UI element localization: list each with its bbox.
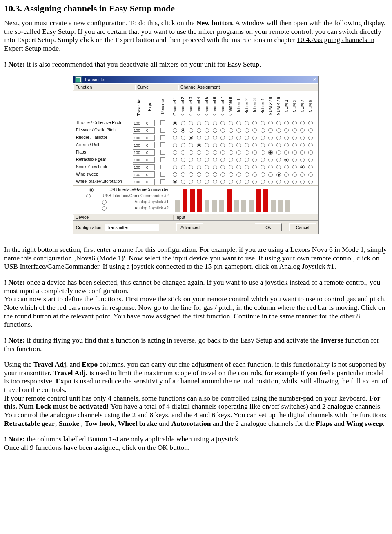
reverse-3[interactable] bbox=[155, 141, 171, 149]
assign-radio-5-2[interactable] bbox=[189, 158, 193, 162]
assign-radio-4-1[interactable] bbox=[181, 150, 185, 155]
cell-3-8[interactable] bbox=[235, 141, 243, 149]
expo-input-6[interactable] bbox=[145, 164, 155, 170]
assign-radio-8-6[interactable] bbox=[220, 180, 225, 184]
cell-6-16[interactable] bbox=[298, 163, 307, 171]
assign-radio-0-14[interactable] bbox=[284, 121, 289, 125]
assign-radio-1-8[interactable] bbox=[236, 128, 241, 133]
cell-2-5[interactable] bbox=[211, 134, 219, 141]
expo-1[interactable] bbox=[145, 127, 155, 134]
travel-1[interactable] bbox=[133, 127, 145, 134]
cell-1-5[interactable] bbox=[211, 127, 219, 134]
cell-5-3[interactable] bbox=[195, 156, 203, 163]
assign-radio-8-15[interactable] bbox=[292, 180, 297, 184]
assign-radio-2-6[interactable] bbox=[220, 136, 225, 140]
assign-radio-7-5[interactable] bbox=[213, 172, 217, 177]
assign-radio-7-7[interactable] bbox=[229, 172, 233, 177]
cell-6-9[interactable] bbox=[243, 163, 251, 171]
cell-4-2[interactable] bbox=[187, 149, 195, 156]
cell-0-5[interactable] bbox=[211, 119, 219, 127]
cell-7-11[interactable] bbox=[259, 171, 267, 178]
assign-radio-0-16[interactable] bbox=[300, 121, 305, 125]
assign-radio-5-8[interactable] bbox=[236, 158, 241, 162]
cell-2-15[interactable] bbox=[291, 134, 299, 141]
expo-4[interactable] bbox=[145, 149, 155, 156]
cell-0-7[interactable] bbox=[227, 119, 235, 127]
reverse-check-8[interactable] bbox=[160, 179, 165, 184]
cell-0-15[interactable] bbox=[291, 119, 299, 127]
cell-0-0[interactable] bbox=[171, 119, 179, 127]
cell-7-12[interactable] bbox=[267, 171, 275, 178]
assign-radio-2-14[interactable] bbox=[284, 136, 289, 140]
assign-radio-5-17[interactable] bbox=[308, 158, 313, 162]
assign-radio-6-1[interactable] bbox=[181, 165, 185, 169]
reverse-check-4[interactable] bbox=[160, 150, 165, 155]
expo-0[interactable] bbox=[145, 119, 155, 127]
assign-radio-4-14[interactable] bbox=[284, 150, 289, 155]
cell-3-12[interactable] bbox=[267, 141, 275, 149]
cell-4-14[interactable] bbox=[283, 149, 291, 156]
assign-radio-8-16[interactable] bbox=[300, 180, 305, 184]
assign-radio-4-7[interactable] bbox=[229, 150, 233, 155]
assign-radio-2-16[interactable] bbox=[300, 136, 305, 140]
cell-2-2[interactable] bbox=[187, 134, 195, 141]
cell-4-4[interactable] bbox=[203, 149, 211, 156]
cell-4-15[interactable] bbox=[291, 149, 299, 156]
assign-radio-1-3[interactable] bbox=[197, 128, 201, 133]
assign-radio-8-4[interactable] bbox=[205, 180, 209, 184]
assign-radio-6-5[interactable] bbox=[213, 165, 217, 169]
cell-7-7[interactable] bbox=[227, 171, 235, 178]
cell-6-0[interactable] bbox=[171, 163, 179, 171]
assign-radio-1-16[interactable] bbox=[300, 128, 305, 133]
reverse-check-3[interactable] bbox=[160, 142, 165, 147]
assign-radio-2-5[interactable] bbox=[213, 136, 217, 140]
cell-4-8[interactable] bbox=[235, 149, 243, 156]
assign-radio-2-1[interactable] bbox=[181, 136, 185, 140]
cell-5-14[interactable] bbox=[283, 156, 291, 163]
cell-1-9[interactable] bbox=[243, 127, 251, 134]
close-icon[interactable]: ✕ bbox=[312, 77, 318, 82]
cell-6-2[interactable] bbox=[187, 163, 195, 171]
assign-radio-8-5[interactable] bbox=[213, 180, 217, 184]
cell-4-9[interactable] bbox=[243, 149, 251, 156]
cell-2-16[interactable] bbox=[298, 134, 307, 141]
expo-input-7[interactable] bbox=[145, 171, 155, 178]
assign-radio-8-11[interactable] bbox=[261, 180, 265, 184]
cell-4-12[interactable] bbox=[267, 149, 275, 156]
cell-5-6[interactable] bbox=[219, 156, 227, 163]
assign-radio-0-17[interactable] bbox=[308, 121, 313, 125]
assign-radio-4-11[interactable] bbox=[261, 150, 265, 155]
assign-radio-6-11[interactable] bbox=[261, 165, 265, 169]
cell-2-11[interactable] bbox=[259, 134, 267, 141]
cell-3-7[interactable] bbox=[227, 141, 235, 149]
assign-radio-3-12[interactable] bbox=[268, 143, 273, 147]
travel-6[interactable] bbox=[133, 163, 145, 171]
cell-8-15[interactable] bbox=[291, 178, 299, 185]
cell-2-10[interactable] bbox=[251, 134, 259, 141]
assign-radio-8-13[interactable] bbox=[276, 180, 281, 184]
assign-radio-1-14[interactable] bbox=[284, 128, 289, 133]
reverse-check-1[interactable] bbox=[160, 128, 165, 133]
assign-radio-6-9[interactable] bbox=[245, 165, 249, 169]
assign-radio-1-15[interactable] bbox=[292, 128, 297, 133]
assign-radio-2-2[interactable] bbox=[189, 136, 193, 140]
cell-1-2[interactable] bbox=[187, 127, 195, 134]
cell-5-13[interactable] bbox=[275, 156, 283, 163]
cell-3-3[interactable] bbox=[195, 141, 203, 149]
assign-radio-1-1[interactable] bbox=[181, 128, 185, 133]
cell-4-0[interactable] bbox=[171, 149, 179, 156]
assign-radio-7-6[interactable] bbox=[220, 172, 225, 177]
travel-4[interactable] bbox=[133, 149, 145, 156]
cell-7-1[interactable] bbox=[179, 171, 187, 178]
travel-input-3[interactable] bbox=[133, 142, 145, 148]
assign-radio-1-13[interactable] bbox=[276, 128, 281, 133]
cell-4-11[interactable] bbox=[259, 149, 267, 156]
assign-radio-3-6[interactable] bbox=[220, 143, 225, 147]
assign-radio-1-11[interactable] bbox=[261, 128, 265, 133]
assign-radio-4-12[interactable] bbox=[268, 150, 273, 155]
cell-3-0[interactable] bbox=[171, 141, 179, 149]
assign-radio-7-14[interactable] bbox=[284, 172, 289, 177]
device-option-3[interactable]: Analog Joystick #2 bbox=[76, 205, 169, 211]
cell-7-6[interactable] bbox=[219, 171, 227, 178]
cell-5-0[interactable] bbox=[171, 156, 179, 163]
